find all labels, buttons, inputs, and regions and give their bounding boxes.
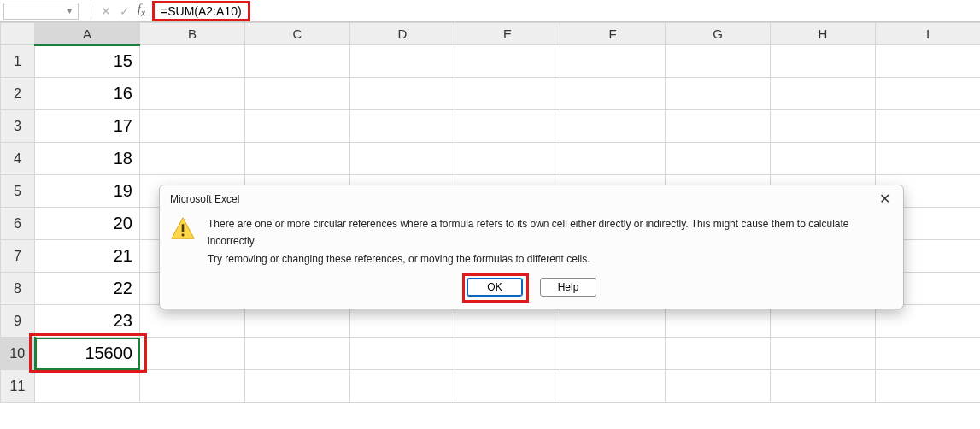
dialog-line2: Try removing or changing these reference… [208,250,893,267]
dialog-titlebar: Microsoft Excel ✕ [160,185,903,210]
dialog-backdrop: Microsoft Excel ✕ There are one or more … [0,0,980,429]
ok-button[interactable]: OK [467,278,523,297]
dialog-message: There are one or more circular reference… [208,215,893,267]
dialog-line1: There are one or more circular reference… [208,215,893,250]
svg-rect-1 [182,224,185,232]
dialog-buttons: OK Help [160,274,903,309]
warning-icon [170,215,196,267]
close-icon[interactable]: ✕ [874,191,895,207]
dialog-title: Microsoft Excel [170,193,239,205]
svg-rect-2 [182,234,185,237]
help-button[interactable]: Help [540,278,596,297]
error-dialog: Microsoft Excel ✕ There are one or more … [159,185,904,309]
